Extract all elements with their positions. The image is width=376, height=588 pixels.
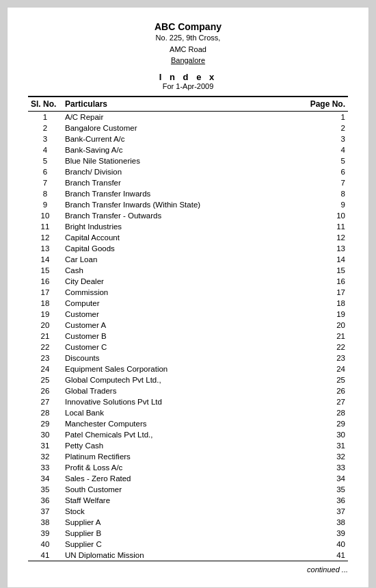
index-heading: I n d e x xyxy=(28,72,348,82)
cell-particulars: Blue Nile Stationeries xyxy=(62,155,300,166)
header: ABC Company No. 225, 9th Cross, AMC Road… xyxy=(28,21,348,66)
cell-sl: 14 xyxy=(28,254,62,265)
col-page-header: Page No. xyxy=(300,97,348,112)
cell-sl: 15 xyxy=(28,265,62,276)
cell-sl: 36 xyxy=(28,495,62,506)
table-row: 6Branch/ Division6 xyxy=(28,166,348,177)
cell-page: 39 xyxy=(300,528,348,539)
table-row: 34Sales - Zero Rated34 xyxy=(28,473,348,484)
cell-page: 10 xyxy=(300,210,348,221)
table-row: 20Customer A20 xyxy=(28,320,348,331)
cell-sl: 19 xyxy=(28,309,62,320)
cell-particulars: Supplier B xyxy=(62,528,300,539)
cell-particulars: Capital Account xyxy=(62,232,300,243)
cell-particulars: A/C Repair xyxy=(62,111,300,123)
cell-page: 23 xyxy=(300,353,348,363)
cell-particulars: Customer A xyxy=(62,320,300,331)
cell-sl: 2 xyxy=(28,123,62,133)
table-row: 9Branch Transfer Inwards (Within State)9 xyxy=(28,199,348,210)
cell-page: 8 xyxy=(300,188,348,199)
cell-particulars: South Customer xyxy=(62,484,300,495)
cell-page: 29 xyxy=(300,418,348,429)
cell-page: 14 xyxy=(300,254,348,265)
cell-page: 12 xyxy=(300,232,348,243)
cell-sl: 7 xyxy=(28,177,62,188)
cell-page: 6 xyxy=(300,166,348,177)
table-row: 39Supplier B39 xyxy=(28,528,348,539)
cell-page: 38 xyxy=(300,517,348,528)
cell-particulars: Computer xyxy=(62,298,300,309)
table-row: 36Staff Welfare36 xyxy=(28,495,348,506)
cell-particulars: Car Loan xyxy=(62,254,300,265)
table-row: 13Capital Goods13 xyxy=(28,243,348,254)
cell-sl: 12 xyxy=(28,232,62,243)
cell-sl: 29 xyxy=(28,418,62,429)
cell-page: 18 xyxy=(300,298,348,309)
table-row: 21Customer B21 xyxy=(28,331,348,342)
cell-particulars: Branch Transfer Inwards (Within State) xyxy=(62,199,300,210)
table-row: 30Patel Chemicals Pvt Ltd.,30 xyxy=(28,429,348,440)
cell-particulars: Innovative Solutions Pvt Ltd xyxy=(62,396,300,407)
cell-sl: 38 xyxy=(28,517,62,528)
cell-particulars: Customer C xyxy=(62,342,300,353)
cell-particulars: Platinum Rectifiers xyxy=(62,451,300,462)
table-row: 12Capital Account12 xyxy=(28,232,348,243)
table-row: 10Branch Transfer - Outwards10 xyxy=(28,210,348,221)
table-row: 40Supplier C40 xyxy=(28,539,348,550)
cell-page: 20 xyxy=(300,320,348,331)
cell-sl: 39 xyxy=(28,528,62,539)
cell-page: 17 xyxy=(300,287,348,298)
cell-particulars: Branch Transfer - Outwards xyxy=(62,210,300,221)
cell-sl: 30 xyxy=(28,429,62,440)
cell-sl: 28 xyxy=(28,407,62,418)
cell-particulars: Local Bank xyxy=(62,407,300,418)
cell-page: 7 xyxy=(300,177,348,188)
cell-page: 32 xyxy=(300,451,348,462)
cell-particulars: Equipment Sales Corporation xyxy=(62,363,300,374)
cell-sl: 34 xyxy=(28,473,62,484)
cell-particulars: UN Diplomatic Mission xyxy=(62,550,300,561)
table-row: 11Bright Industries11 xyxy=(28,221,348,232)
cell-page: 34 xyxy=(300,473,348,484)
address-line2: AMC Road xyxy=(28,44,348,55)
table-row: 1A/C Repair1 xyxy=(28,111,348,123)
table-row: 4Bank-Saving A/c4 xyxy=(28,144,348,155)
cell-particulars: Staff Welfare xyxy=(62,495,300,506)
cell-sl: 5 xyxy=(28,155,62,166)
cell-page: 33 xyxy=(300,462,348,473)
table-row: 8Branch Transfer Inwards8 xyxy=(28,188,348,199)
col-particulars-header: Particulars xyxy=(62,97,300,112)
cell-particulars: Bangalore Customer xyxy=(62,123,300,133)
cell-sl: 24 xyxy=(28,363,62,374)
cell-particulars: Discounts xyxy=(62,353,300,363)
table-row: 29Manchester Computers29 xyxy=(28,418,348,429)
cell-page: 15 xyxy=(300,265,348,276)
cell-sl: 6 xyxy=(28,166,62,177)
table-row: 18Computer18 xyxy=(28,298,348,309)
cell-sl: 13 xyxy=(28,243,62,254)
cell-page: 21 xyxy=(300,331,348,342)
cell-particulars: Bank-Saving A/c xyxy=(62,144,300,155)
cell-sl: 3 xyxy=(28,133,62,144)
cell-particulars: Bank-Current A/c xyxy=(62,133,300,144)
table-row: 37Stock37 xyxy=(28,506,348,517)
cell-particulars: Sales - Zero Rated xyxy=(62,473,300,484)
cell-page: 19 xyxy=(300,309,348,320)
cell-sl: 27 xyxy=(28,396,62,407)
cell-particulars: Petty Cash xyxy=(62,440,300,451)
table-row: 2Bangalore Customer2 xyxy=(28,123,348,133)
cell-particulars: Customer B xyxy=(62,331,300,342)
table-body: 1A/C Repair12Bangalore Customer23Bank-Cu… xyxy=(28,111,348,561)
cell-page: 28 xyxy=(300,407,348,418)
cell-sl: 22 xyxy=(28,342,62,353)
cell-page: 2 xyxy=(300,123,348,133)
index-date: For 1-Apr-2009 xyxy=(28,82,348,90)
cell-particulars: Manchester Computers xyxy=(62,418,300,429)
table-row: 28Local Bank28 xyxy=(28,407,348,418)
cell-sl: 8 xyxy=(28,188,62,199)
table-row: 22Customer C22 xyxy=(28,342,348,353)
table-row: 27Innovative Solutions Pvt Ltd27 xyxy=(28,396,348,407)
cell-page: 35 xyxy=(300,484,348,495)
cell-page: 40 xyxy=(300,539,348,550)
index-table: Sl. No. Particulars Page No. 1A/C Repair… xyxy=(28,97,348,561)
